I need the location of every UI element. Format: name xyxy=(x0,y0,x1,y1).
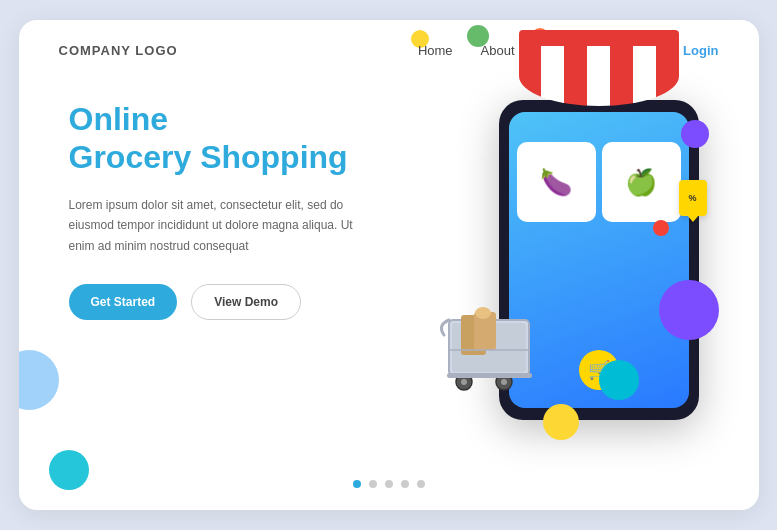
dot-2[interactable] xyxy=(369,480,377,488)
hero-buttons: Get Started View Demo xyxy=(69,284,379,320)
svg-rect-9 xyxy=(447,373,532,378)
dot-1[interactable] xyxy=(353,480,361,488)
store-awning xyxy=(519,30,679,120)
view-demo-button[interactable]: View Demo xyxy=(191,284,301,320)
stripe-1 xyxy=(519,46,542,106)
stripe-5 xyxy=(610,46,633,106)
product-grid: 🍆 🍏 xyxy=(517,142,681,222)
carousel-dots xyxy=(353,480,425,488)
dot-5[interactable] xyxy=(417,480,425,488)
cart-button[interactable]: 🛒 xyxy=(579,350,619,390)
dot-4[interactable] xyxy=(401,480,409,488)
shopping-cart-illustration xyxy=(419,300,559,420)
awning-top xyxy=(519,30,679,46)
dot-3[interactable] xyxy=(385,480,393,488)
nav-login[interactable]: Login xyxy=(683,43,718,58)
stripe-4 xyxy=(587,46,610,106)
hero-section: OnlineGrocery Shopping Lorem ipsum dolor… xyxy=(69,100,379,320)
svg-point-4 xyxy=(475,307,491,319)
stripe-2 xyxy=(541,46,564,106)
company-logo: COMPANY LOGO xyxy=(59,43,178,58)
cart-svg xyxy=(419,300,559,420)
nav-home[interactable]: Home xyxy=(418,43,453,58)
product-apple: 🍏 xyxy=(602,142,681,222)
hero-title: OnlineGrocery Shopping xyxy=(69,100,379,177)
nav-about[interactable]: About xyxy=(481,43,515,58)
stripe-6 xyxy=(633,46,656,106)
svg-point-6 xyxy=(461,379,467,385)
price-tag: % xyxy=(679,180,707,216)
deco-teal-left-blob xyxy=(49,450,89,490)
svg-point-8 xyxy=(501,379,507,385)
hero-description: Lorem ipsum dolor sit amet, consectetur … xyxy=(69,195,379,256)
phone-illustration: 🍆 🍏 🛒 % xyxy=(399,40,719,460)
page-container: COMPANY LOGO Home About Career Contact L… xyxy=(19,20,759,510)
get-started-button[interactable]: Get Started xyxy=(69,284,178,320)
deco-blue-left-blob xyxy=(19,350,59,410)
product-eggplant: 🍆 xyxy=(517,142,596,222)
awning-stripes xyxy=(519,46,679,106)
stripe-3 xyxy=(564,46,587,106)
stripe-7 xyxy=(656,46,679,106)
